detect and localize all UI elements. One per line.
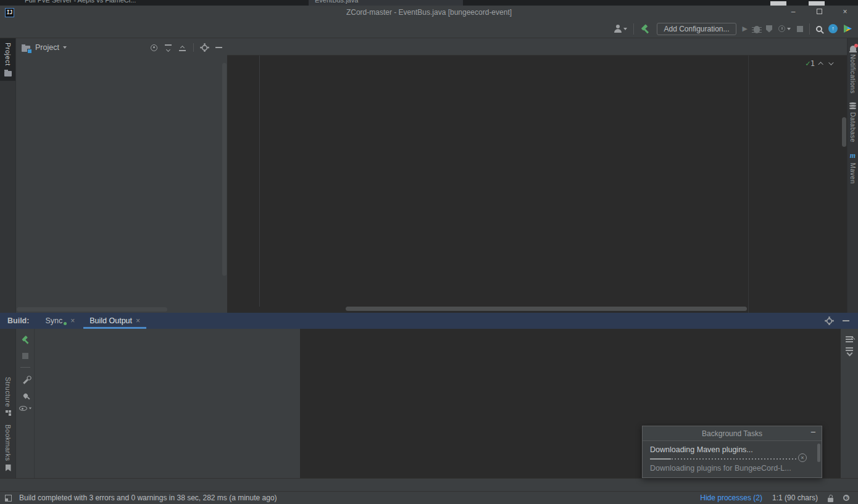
editor-horizontal-scrollbar[interactable] xyxy=(346,307,747,311)
pin-icon[interactable] xyxy=(22,393,28,399)
tool-stripe-structure[interactable]: Structure xyxy=(0,373,16,420)
tab-sync[interactable]: Sync × xyxy=(38,313,82,329)
chevron-down-icon xyxy=(787,28,791,30)
close-icon[interactable]: × xyxy=(70,316,75,325)
tab-build-output[interactable]: Build Output × xyxy=(82,313,148,329)
build-tool-window-header: Build: Sync × Build Output × xyxy=(0,313,858,329)
ide-features-icon[interactable] xyxy=(844,25,852,33)
maven-stripe-label: Maven xyxy=(849,163,857,184)
add-configuration-button[interactable]: Add Configuration... xyxy=(657,23,736,35)
chevron-down-icon xyxy=(28,408,31,410)
intellij-logo-icon: IJ xyxy=(5,8,14,17)
tool-stripe-notifications[interactable]: Notifications xyxy=(848,38,858,98)
background-window-button xyxy=(809,1,825,6)
editor-area: ✓1 xyxy=(227,38,847,313)
tool-stripe-project[interactable]: Project xyxy=(0,38,15,81)
hide-panel-icon[interactable] xyxy=(843,320,849,321)
divider xyxy=(20,367,30,368)
view-options-button[interactable] xyxy=(19,406,32,411)
project-horizontal-scrollbar[interactable] xyxy=(17,307,167,312)
update-available-icon[interactable] xyxy=(828,24,838,33)
soft-wrap-icon[interactable] xyxy=(846,336,853,337)
inspections-widget[interactable]: ✓1 xyxy=(806,59,832,68)
stop-icon[interactable] xyxy=(797,26,803,32)
stop-build-icon[interactable] xyxy=(22,353,28,359)
tool-stripe-database[interactable]: Database xyxy=(848,98,858,147)
previous-error-icon[interactable] xyxy=(818,62,823,67)
build-toolbar xyxy=(17,329,35,478)
inspections-count: 1 xyxy=(810,59,815,68)
profiler-button[interactable] xyxy=(778,25,791,32)
lock-icon[interactable] xyxy=(828,498,833,502)
collapse-all-icon[interactable] xyxy=(179,44,186,51)
indent-guide xyxy=(259,56,260,307)
hide-processes-link[interactable]: Hide processes (2) xyxy=(700,494,762,502)
hide-panel-icon[interactable] xyxy=(215,47,222,48)
tool-stripe-bookmarks[interactable]: Bookmarks xyxy=(0,420,16,476)
settings-wrench-icon[interactable] xyxy=(23,379,28,384)
structure-icon xyxy=(6,410,8,413)
next-error-icon[interactable] xyxy=(828,60,833,65)
rerun-build-icon[interactable] xyxy=(20,336,30,344)
debug-icon[interactable] xyxy=(754,26,760,33)
right-margin-guide xyxy=(748,56,749,313)
maximize-button[interactable] xyxy=(806,6,832,19)
background-window-button xyxy=(770,1,786,6)
editor-vertical-scrollbar[interactable] xyxy=(842,117,846,147)
background-tasks-title-bar[interactable]: Background Tasks – xyxy=(643,426,822,441)
checkmark-icon: ✓ xyxy=(806,59,810,68)
maven-icon: m xyxy=(850,151,856,160)
chevron-down-icon[interactable] xyxy=(63,46,67,49)
build-hammer-icon[interactable] xyxy=(640,24,651,34)
scroll-to-end-icon[interactable] xyxy=(846,347,853,349)
divider xyxy=(809,23,810,35)
build-status-message: Build completed with 3 errors and 0 warn… xyxy=(19,494,277,502)
database-stripe-label: Database xyxy=(849,112,857,143)
expand-all-icon[interactable] xyxy=(165,44,172,51)
chevron-down-icon xyxy=(623,28,627,30)
caret-position[interactable]: 1:1 (90 chars) xyxy=(772,494,818,502)
notifications-stripe-label: Notifications xyxy=(849,54,857,94)
eye-icon xyxy=(19,406,27,411)
folder-icon xyxy=(4,71,12,76)
title-bar: IJ ZCord-master - EventBus.java [bungeec… xyxy=(0,6,858,19)
left-tool-stripe: Project Structure Bookmarks xyxy=(0,38,16,478)
tool-window-bar xyxy=(0,478,858,491)
cancel-task-icon[interactable]: × xyxy=(798,453,807,462)
project-tool-window: Project xyxy=(17,38,227,313)
bookmarks-stripe-label: Bookmarks xyxy=(4,424,12,461)
close-button[interactable]: × xyxy=(832,6,858,19)
divider xyxy=(193,43,194,52)
code-editor[interactable]: ✓1 xyxy=(227,56,847,313)
locate-file-icon[interactable] xyxy=(151,44,157,51)
console-toolbar xyxy=(841,329,858,478)
navigation-bar: Add Configuration... ▶ xyxy=(0,19,858,38)
coverage-icon[interactable] xyxy=(766,25,772,33)
gear-icon[interactable] xyxy=(827,318,832,323)
ide-settings-icon[interactable] xyxy=(843,495,849,501)
notifications-bell-icon xyxy=(850,46,856,51)
tool-stripe-maven[interactable]: m Maven xyxy=(848,147,858,188)
search-everywhere-icon[interactable] xyxy=(816,26,822,32)
profiler-icon xyxy=(778,25,785,32)
close-icon[interactable]: × xyxy=(136,316,140,325)
popup-scrollbar[interactable] xyxy=(817,444,820,462)
bookmark-icon xyxy=(6,465,11,471)
task-label-bungeecord-plugins: Downloading plugins for BungeeCord-L... xyxy=(650,464,814,473)
gear-icon[interactable] xyxy=(202,44,207,50)
sync-tab-label: Sync xyxy=(45,316,62,325)
background-tab-eventbus[interactable]: EventBus.java xyxy=(309,0,463,6)
minimize-popup-icon[interactable]: – xyxy=(811,427,815,436)
project-vertical-scrollbar[interactable] xyxy=(222,63,227,276)
run-icon[interactable]: ▶ xyxy=(743,25,748,33)
user-account-button[interactable] xyxy=(614,25,627,33)
tool-window-switcher-icon[interactable] xyxy=(5,495,12,502)
build-panel-label: Build: xyxy=(0,316,38,325)
task-label-maven-plugins: Downloading Maven plugins... xyxy=(650,445,814,454)
task-progress-bar xyxy=(650,458,798,460)
minimize-button[interactable]: – xyxy=(780,6,806,19)
build-output-tab-label: Build Output xyxy=(90,316,132,325)
editor-tab-bar xyxy=(227,38,847,56)
project-panel-title[interactable]: Project xyxy=(35,43,59,52)
background-tab[interactable]: Full PvE Server - Aepis vs FlameCl... xyxy=(19,0,142,6)
